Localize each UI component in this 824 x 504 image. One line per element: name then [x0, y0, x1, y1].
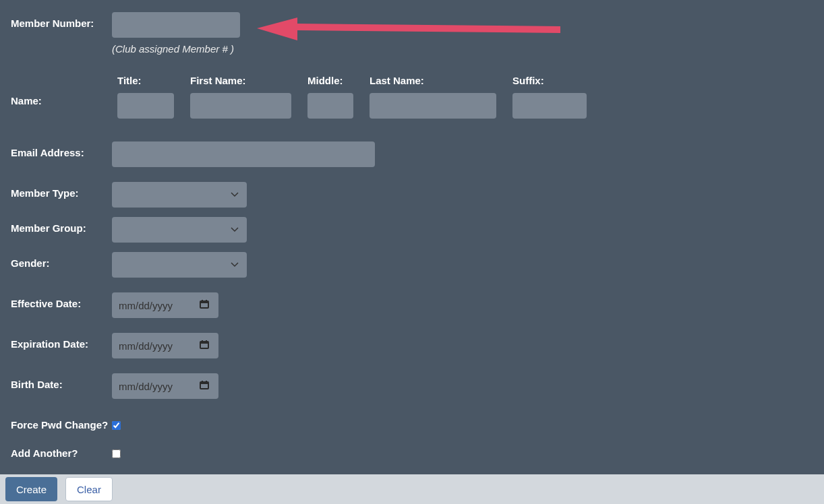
birth-date-label: Birth Date:	[11, 373, 112, 390]
email-label: Email Address:	[11, 141, 112, 158]
effective-date-input[interactable]: mm/dd/yyyy	[112, 292, 218, 318]
suffix-label: Suffix:	[512, 75, 587, 86]
expiration-date-label: Expiration Date:	[11, 333, 112, 350]
member-number-hint: (Club assigned Member # )	[112, 43, 813, 55]
member-group-label: Member Group:	[11, 217, 112, 234]
first-name-input[interactable]	[190, 93, 291, 119]
title-label: Title:	[117, 75, 174, 86]
member-number-label: Member Number:	[11, 12, 112, 29]
effective-date-label: Effective Date:	[11, 292, 112, 309]
force-pwd-checkbox[interactable]	[112, 421, 121, 430]
last-name-input[interactable]	[370, 93, 496, 119]
name-label: Name:	[11, 75, 112, 106]
expiration-date-input[interactable]: mm/dd/yyyy	[112, 333, 218, 358]
birth-date-input[interactable]: mm/dd/yyyy	[112, 373, 218, 399]
email-input[interactable]	[112, 141, 375, 167]
clear-button[interactable]: Clear	[65, 477, 113, 501]
footer-bar: Create Clear	[0, 474, 824, 504]
member-group-select[interactable]	[112, 217, 247, 243]
suffix-input[interactable]	[512, 93, 587, 119]
member-type-select[interactable]	[112, 182, 247, 208]
member-number-input[interactable]	[112, 12, 240, 38]
first-name-label: First Name:	[190, 75, 291, 86]
title-input[interactable]	[117, 93, 174, 119]
force-pwd-label: Force Pwd Change?	[11, 414, 112, 431]
gender-label: Gender:	[11, 252, 112, 269]
last-name-label: Last Name:	[370, 75, 496, 86]
create-button[interactable]: Create	[5, 477, 57, 501]
member-type-label: Member Type:	[11, 182, 112, 199]
add-another-checkbox[interactable]	[112, 449, 121, 458]
gender-select[interactable]	[112, 252, 247, 278]
add-another-label: Add Another?	[11, 442, 112, 459]
middle-input[interactable]	[307, 93, 353, 119]
middle-label: Middle:	[307, 75, 353, 86]
